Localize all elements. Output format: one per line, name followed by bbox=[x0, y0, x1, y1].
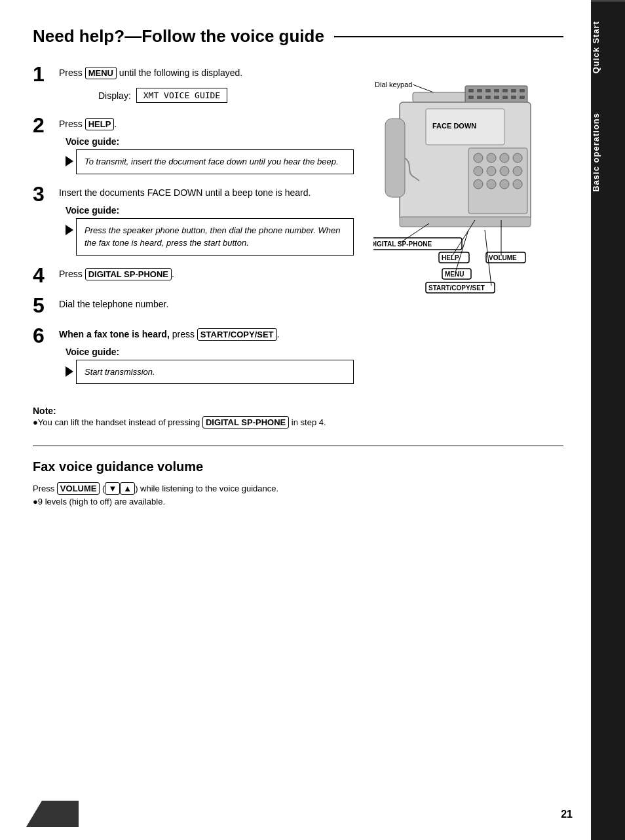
svg-rect-14 bbox=[494, 96, 499, 99]
svg-point-53 bbox=[487, 180, 496, 189]
step-1-content: Press MENU until the following is displa… bbox=[59, 66, 354, 105]
step-6-bold: When a fax tone is heard, bbox=[59, 329, 170, 339]
voice-guide-6-wrapper: Start transmission. bbox=[66, 360, 354, 385]
svg-point-44 bbox=[474, 153, 483, 162]
voice-guide-6-box: Start transmission. bbox=[76, 360, 354, 385]
voice-guide-6: Voice guide: Start transmission. bbox=[66, 347, 354, 385]
svg-rect-56 bbox=[400, 217, 531, 227]
step-2: 2 Press HELP. Voice guide: To transmit, … bbox=[33, 117, 354, 174]
svg-rect-6 bbox=[485, 89, 491, 92]
title-line bbox=[334, 36, 563, 37]
voice-guide-2-wrapper: To transmit, insert the document face do… bbox=[66, 149, 354, 174]
step-3-text: Insert the documents FACE DOWN until a b… bbox=[59, 186, 354, 200]
svg-point-46 bbox=[500, 153, 509, 162]
step-number-3: 3 bbox=[33, 183, 59, 204]
step-number-6: 6 bbox=[33, 325, 59, 346]
step-number-5: 5 bbox=[33, 295, 59, 316]
voice-guide-2-box: To transmit, insert the document face do… bbox=[76, 149, 354, 174]
note-section: Note: ●You can lift the handset instead … bbox=[33, 406, 563, 429]
fax-volume-text: Press VOLUME (▼▲) while listening to the… bbox=[33, 482, 563, 510]
svg-text:HELP: HELP bbox=[442, 254, 459, 261]
svg-rect-12 bbox=[477, 96, 482, 99]
svg-rect-5 bbox=[477, 89, 482, 92]
voice-guide-3-wrapper: Press the speaker phone button, then dia… bbox=[66, 218, 354, 256]
svg-point-49 bbox=[487, 166, 496, 176]
display-label: Display: bbox=[98, 90, 131, 101]
step-5-content: Dial the telephone number. bbox=[59, 297, 354, 315]
fax-volume-title: Fax voice guidance volume bbox=[33, 459, 563, 474]
down-arrow-btn: ▼ bbox=[105, 482, 120, 495]
note-title: Note: bbox=[33, 406, 563, 416]
step-6-text: When a fax tone is heard, press START/CO… bbox=[59, 328, 354, 341]
display-value: XMT VOICE GUIDE bbox=[136, 88, 227, 103]
svg-line-66 bbox=[455, 230, 468, 273]
step-5-text: Dial the telephone number. bbox=[59, 297, 354, 311]
svg-rect-13 bbox=[485, 96, 491, 99]
volume-button-ref: VOLUME bbox=[57, 482, 100, 495]
step-5: 5 Dial the telephone number. bbox=[33, 297, 354, 316]
svg-rect-42 bbox=[385, 119, 405, 197]
sidebar-basic-ops: Basic operations bbox=[591, 100, 625, 218]
digital-sp-phone-button-label: DIGITAL SP-PHONE bbox=[85, 268, 172, 280]
help-button-label: HELP bbox=[85, 118, 115, 130]
step-1-text: Press MENU until the following is displa… bbox=[59, 66, 354, 80]
voice-guide-6-title: Voice guide: bbox=[66, 347, 354, 357]
svg-rect-17 bbox=[520, 96, 525, 99]
step-4-content: Press DIGITAL SP-PHONE. bbox=[59, 267, 354, 285]
step-number-1: 1 bbox=[33, 64, 59, 85]
right-column: Dial keypad bbox=[367, 66, 563, 396]
sidebar: Quick Start Basic operations bbox=[591, 0, 625, 840]
section-divider bbox=[33, 446, 563, 446]
two-col-layout: 1 Press MENU until the following is disp… bbox=[33, 66, 563, 396]
display-box: Display: XMT VOICE GUIDE bbox=[98, 88, 227, 103]
svg-text:VOLUME: VOLUME bbox=[489, 254, 517, 261]
svg-point-45 bbox=[487, 153, 496, 162]
step-3-content: Insert the documents FACE DOWN until a b… bbox=[59, 186, 354, 256]
svg-rect-8 bbox=[502, 89, 508, 92]
page-title: Need help?—Follow the voice guide bbox=[33, 26, 563, 47]
step-number-4: 4 bbox=[33, 265, 59, 286]
step-6-content: When a fax tone is heard, press START/CO… bbox=[59, 328, 354, 385]
svg-point-48 bbox=[474, 166, 483, 176]
step-4-text: Press DIGITAL SP-PHONE. bbox=[59, 267, 354, 281]
arrow-3 bbox=[66, 225, 73, 235]
fax-diagram-container: Dial keypad bbox=[373, 73, 563, 304]
svg-text:MENU: MENU bbox=[445, 271, 464, 278]
arrow-2 bbox=[66, 156, 73, 166]
svg-point-55 bbox=[513, 180, 522, 189]
up-arrow-btn: ▲ bbox=[120, 482, 135, 495]
note-button-label: DIGITAL SP-PHONE bbox=[202, 416, 289, 429]
step-2-content: Press HELP. Voice guide: To transmit, in… bbox=[59, 117, 354, 174]
menu-button-label: MENU bbox=[85, 67, 117, 79]
left-column: 1 Press MENU until the following is disp… bbox=[33, 66, 354, 396]
svg-rect-11 bbox=[468, 96, 474, 99]
svg-point-50 bbox=[500, 166, 509, 176]
arrow-6 bbox=[66, 366, 73, 377]
step-2-text: Press HELP. bbox=[59, 117, 354, 131]
main-content: Need help?—Follow the voice guide 1 Pres… bbox=[0, 0, 590, 840]
svg-text:START/COPY/SET: START/COPY/SET bbox=[428, 284, 485, 292]
svg-text:Dial keypad: Dial keypad bbox=[375, 81, 412, 88]
start-copy-set-button-label: START/COPY/SET bbox=[197, 328, 277, 341]
step-1: 1 Press MENU until the following is disp… bbox=[33, 66, 354, 105]
svg-rect-15 bbox=[502, 96, 508, 99]
step-6: 6 When a fax tone is heard, press START/… bbox=[33, 328, 354, 385]
voice-guide-3-title: Voice guide: bbox=[66, 205, 354, 216]
svg-rect-9 bbox=[511, 89, 516, 92]
voice-guide-2: Voice guide: To transmit, insert the doc… bbox=[66, 136, 354, 174]
fax-machine-svg: Dial keypad bbox=[373, 73, 557, 302]
svg-rect-16 bbox=[511, 96, 516, 99]
step-number-2: 2 bbox=[33, 115, 59, 136]
step-4: 4 Press DIGITAL SP-PHONE. bbox=[33, 267, 354, 286]
note-text: ●You can lift the handset instead of pre… bbox=[33, 416, 563, 429]
svg-point-51 bbox=[513, 166, 522, 176]
svg-rect-7 bbox=[494, 89, 499, 92]
svg-point-47 bbox=[513, 153, 522, 162]
svg-text:DIGITAL SP-PHONE: DIGITAL SP-PHONE bbox=[373, 240, 432, 248]
sidebar-quick-start: Quick Start bbox=[591, 0, 625, 100]
svg-point-52 bbox=[474, 180, 483, 189]
svg-text:FACE DOWN: FACE DOWN bbox=[432, 122, 476, 130]
svg-rect-10 bbox=[520, 89, 525, 92]
step-3: 3 Insert the documents FACE DOWN until a… bbox=[33, 186, 354, 256]
voice-guide-3: Voice guide: Press the speaker phone but… bbox=[66, 205, 354, 256]
